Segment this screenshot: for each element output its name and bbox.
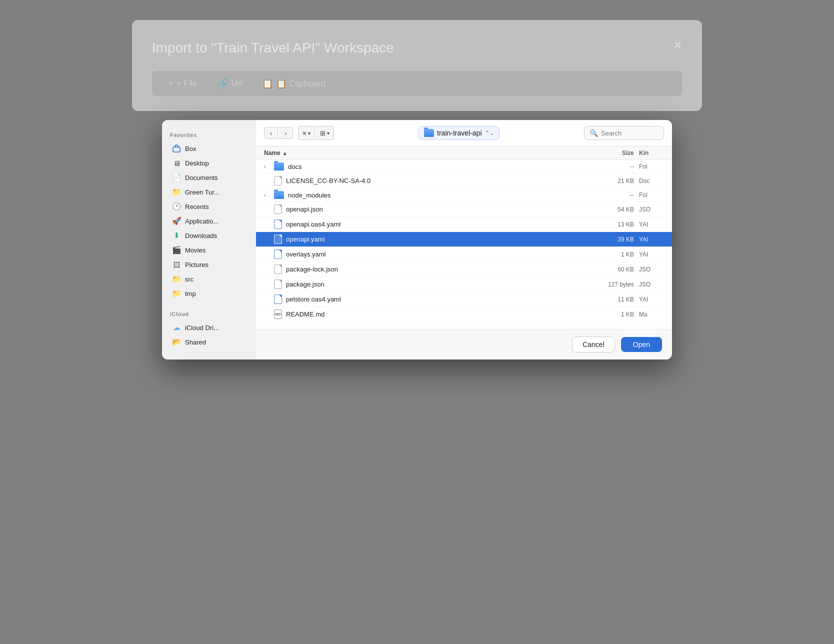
file-kind: JSO — [634, 206, 664, 213]
grid-view-icon: ⊞ — [320, 130, 326, 137]
file-row[interactable]: overlays.yaml 1 KB YAI — [256, 247, 672, 262]
tab-clipboard[interactable]: 📋 📋 Clipboard — [252, 74, 336, 93]
bg-close-button[interactable]: ✕ — [673, 39, 682, 52]
file-row-selected[interactable]: openapi.yaml 39 KB YAI — [256, 232, 672, 247]
file-row[interactable]: LICENSE_CC-BY-NC-SA-4.0 21 KB Doc — [256, 174, 672, 188]
file-row[interactable]: petstore.oas4.yaml 11 KB YAI — [256, 292, 672, 307]
main-panel: ‹ › ≡ ▾ ⊞ ▾ train-travel-a — [256, 120, 672, 360]
back-button[interactable]: ‹ — [264, 127, 278, 139]
src-folder-icon: 📁 — [172, 274, 181, 284]
file-row[interactable]: openapi.json 54 KB JSO — [256, 202, 672, 217]
import-tabs: + + File 🔗 Url 📋 📋 Clipboard — [152, 71, 682, 96]
sidebar-item-desktop-label: Desktop — [185, 160, 209, 167]
file-size: 54 KB — [594, 206, 634, 213]
file-name: LICENSE_CC-BY-NC-SA-4.0 — [286, 177, 370, 184]
sidebar-item-box[interactable]: Box — [164, 142, 254, 156]
file-name-cell: openapi.oas4.yaml — [264, 220, 594, 229]
file-size: -- — [594, 163, 634, 170]
sidebar-item-documents-label: Documents — [185, 174, 218, 182]
file-plus-icon: + — [168, 78, 174, 89]
file-name: docs — [288, 163, 302, 170]
col-size-header[interactable]: Size — [594, 150, 634, 156]
tab-url[interactable]: 🔗 Url — [208, 74, 252, 93]
file-size: 21 KB — [594, 178, 634, 184]
folder-icon — [274, 191, 284, 199]
forward-button[interactable]: › — [279, 127, 293, 139]
file-size: 39 KB — [594, 236, 634, 243]
toolbar: ‹ › ≡ ▾ ⊞ ▾ train-travel-a — [256, 120, 672, 146]
sidebar-item-movies-label: Movies — [185, 246, 206, 254]
sidebar-item-pictures[interactable]: 🖼 Pictures — [164, 258, 254, 272]
pictures-icon: 🖼 — [172, 260, 181, 269]
file-row[interactable]: › node_modules -- Fol — [256, 188, 672, 202]
icloud-icon: ☁ — [172, 323, 181, 332]
file-kind: YAI — [634, 236, 664, 243]
file-name-cell: › node_modules — [264, 191, 594, 199]
expand-arrow-icon: › — [264, 164, 270, 170]
svg-rect-0 — [173, 147, 180, 152]
search-input[interactable] — [601, 130, 658, 137]
sidebar-item-desktop[interactable]: 🖥 Desktop — [164, 156, 254, 170]
favorites-label: Favorites — [162, 130, 256, 141]
file-row[interactable]: openapi.oas4.yaml 13 KB YAI — [256, 217, 672, 232]
file-row[interactable]: package-lock.json 60 KB JSO — [256, 262, 672, 277]
sidebar-item-documents[interactable]: 📄 Documents — [164, 170, 254, 184]
bg-dialog-title: Import to "Train Travel API" Workspace — [152, 40, 682, 56]
file-row[interactable]: package.json 127 bytes JSO — [256, 277, 672, 292]
sidebar-item-box-label: Box — [185, 145, 196, 152]
sidebar: Favorites Box 🖥 Desktop 📄 Documents 📁 Gr… — [162, 120, 256, 360]
yaml-icon — [274, 250, 282, 259]
file-name: openapi.oas4.yaml — [286, 220, 340, 228]
sidebar-item-movies[interactable]: 🎬 Movies — [164, 243, 254, 257]
sidebar-item-downloads[interactable]: ⬇ Downloads — [164, 228, 254, 242]
file-name: openapi.json — [286, 206, 323, 213]
sidebar-item-src-label: src — [185, 276, 194, 283]
yaml-selected-icon — [274, 234, 282, 244]
file-row[interactable]: MD README.md 1 KB Ma — [256, 307, 672, 322]
documents-icon: 📄 — [172, 173, 181, 182]
file-row[interactable]: › docs -- Fol — [256, 160, 672, 174]
cancel-button[interactable]: Cancel — [572, 336, 615, 352]
file-kind: YAI — [634, 296, 664, 303]
movies-icon: 🎬 — [172, 246, 181, 254]
dialog-footer: Cancel Open — [256, 329, 672, 360]
file-name: openapi.yaml — [286, 236, 324, 243]
tmp-folder-icon: 📁 — [172, 289, 181, 298]
file-kind: Fol — [634, 192, 664, 198]
sidebar-item-tmp[interactable]: 📁 tmp — [164, 286, 254, 300]
desktop-icon: 🖥 — [172, 158, 181, 168]
list-view-button[interactable]: ≡ ▾ — [298, 126, 315, 140]
grid-view-chevron: ▾ — [327, 130, 330, 136]
file-name-cell: openapi.yaml — [264, 234, 594, 244]
file-name: overlays.yaml — [286, 250, 326, 258]
col-kind-header[interactable]: Kin — [634, 150, 664, 156]
grid-view-button[interactable]: ⊞ ▾ — [316, 126, 334, 140]
sidebar-item-shared-label: Shared — [185, 338, 206, 346]
recents-icon: 🕐 — [172, 202, 181, 211]
file-name-cell: petstore.oas4.yaml — [264, 294, 594, 304]
file-size: 11 KB — [594, 296, 634, 303]
file-size: 1 KB — [594, 251, 634, 258]
sidebar-item-recents[interactable]: 🕐 Recents — [164, 200, 254, 214]
sidebar-item-shared[interactable]: 📂 Shared — [164, 335, 254, 349]
doc-icon — [274, 204, 282, 214]
downloads-icon: ⬇ — [172, 231, 181, 240]
tab-file[interactable]: + + File — [158, 74, 208, 93]
file-kind: JSO — [634, 266, 664, 273]
sidebar-item-applications[interactable]: 🚀 Applicatio... — [164, 214, 254, 228]
file-kind: JSO — [634, 281, 664, 288]
sidebar-item-src[interactable]: 📁 src — [164, 272, 254, 286]
search-bar: 🔍 — [584, 126, 664, 140]
file-name: README.md — [286, 310, 324, 318]
open-button[interactable]: Open — [621, 337, 662, 352]
col-name-header[interactable]: Name ▲ — [264, 150, 594, 156]
yaml-icon — [274, 220, 282, 229]
file-name-cell: openapi.json — [264, 204, 594, 214]
file-name: petstore.oas4.yaml — [286, 296, 341, 303]
file-name: package.json — [286, 280, 324, 288]
sidebar-item-icloud-drive[interactable]: ☁ iCloud Dri... — [164, 320, 254, 334]
location-button[interactable]: train-travel-api ⌃⌄ — [418, 126, 499, 140]
sort-arrow-icon: ▲ — [282, 150, 288, 156]
link-icon: 🔗 — [218, 78, 228, 89]
sidebar-item-green-tur[interactable]: 📁 Green Tur... — [164, 185, 254, 199]
